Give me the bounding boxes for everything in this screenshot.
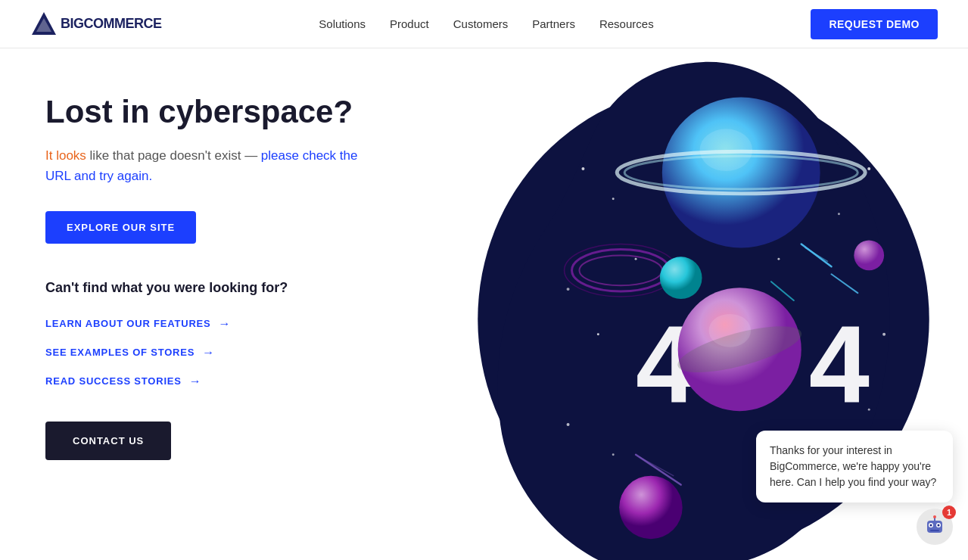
page-heading: Lost in cyberspace? [45,94,409,130]
svg-rect-57 [930,530,939,531]
sub-description: It looks like that page doesn't exist — … [45,145,378,186]
request-demo-button[interactable]: REQUEST DEMO [811,9,938,39]
svg-point-25 [662,98,820,248]
svg-point-54 [938,524,940,527]
chat-bubble: Thanks for your interest in BigCommerce,… [756,431,953,502]
nav-product[interactable]: Product [390,17,429,30]
svg-point-32 [660,257,702,299]
nav-customers[interactable]: Customers [453,17,509,30]
svg-point-8 [777,258,780,260]
svg-point-9 [567,288,570,291]
svg-point-6 [838,213,840,215]
nav-links: Solutions Product Customers Partners Res… [319,17,653,30]
cant-find-label: Can't find what you were looking for? [45,280,409,296]
main-content: Lost in cyberspace? It looks like that p… [0,48,968,560]
learn-features-link[interactable]: LEARN ABOUT OUR FEATURES → [45,311,409,337]
chat-message: Thanks for your interest in BigCommerce,… [770,443,939,490]
helpful-links: LEARN ABOUT OUR FEATURES → SEE EXAMPLES … [45,311,409,394]
arrow-right-icon: → [202,346,215,359]
svg-point-16 [635,258,637,260]
svg-text:4: 4 [809,303,870,425]
svg-point-18 [612,453,615,456]
svg-point-10 [597,333,599,335]
svg-point-38 [854,241,884,271]
chat-notification-badge: 1 [942,506,956,519]
svg-point-11 [882,333,886,336]
contact-us-button[interactable]: CONTACT US [45,422,171,460]
explore-site-button[interactable]: EXPLORE OUR SITE [45,211,196,244]
logo-text: BIGCOMMERCE [61,16,162,32]
chat-avatar-row: 1 [917,509,953,545]
svg-point-3 [581,167,584,170]
see-stores-link[interactable]: SEE EXAMPLES OF STORES → [45,340,409,366]
svg-point-7 [867,167,870,170]
chat-avatar[interactable]: 1 [917,509,953,545]
logo-link[interactable]: BIGCOMMERCE [30,11,162,38]
nav-solutions[interactable]: Solutions [319,17,366,30]
svg-point-39 [619,476,683,540]
logo-icon [30,11,58,38]
svg-point-56 [933,515,936,518]
svg-point-53 [930,524,932,527]
svg-point-13 [567,423,570,426]
svg-point-37 [708,314,751,347]
svg-point-4 [612,198,615,200]
nav-partners[interactable]: Partners [532,17,575,30]
navbar: BIGCOMMERCE Solutions Product Customers … [0,0,968,48]
arrow-right-icon: → [219,317,232,331]
nav-resources[interactable]: Resources [599,17,654,30]
robot-icon [923,515,947,539]
chat-widget: Thanks for your interest in BigCommerce,… [756,431,953,545]
left-panel: Lost in cyberspace? It looks like that p… [0,48,439,560]
svg-point-28 [700,129,753,171]
arrow-right-icon: → [189,375,202,388]
read-stories-link[interactable]: READ SUCCESS STORIES → [45,369,409,394]
